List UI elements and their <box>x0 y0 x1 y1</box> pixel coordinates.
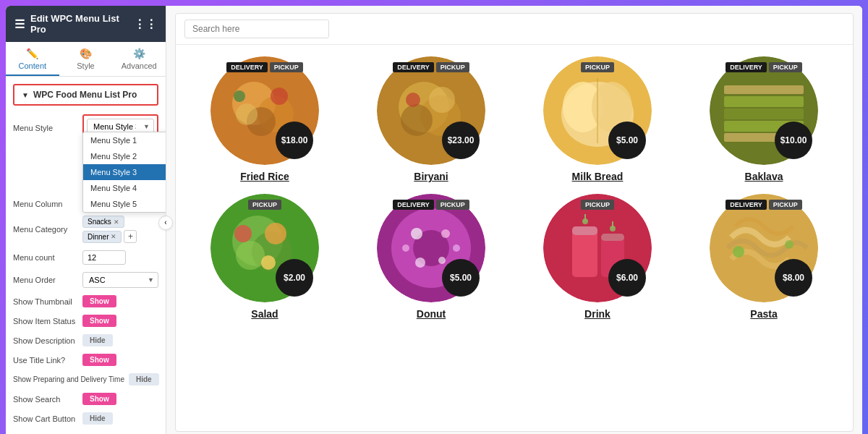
sidebar-tabs: ✏️ Content 🎨 Style ⚙️ Advanced <box>6 42 166 77</box>
menu-category-field: Menu Category Snacks ✕ Dinner ✕ + <box>13 216 158 243</box>
tab-advanced[interactable]: ⚙️ Advanced <box>112 42 166 76</box>
dropdown-option-2[interactable]: Menu Style 2 <box>83 148 166 164</box>
collapse-sidebar-button[interactable]: ‹ <box>158 216 173 230</box>
search-input[interactable] <box>184 20 329 38</box>
badge-delivery: DELIVERY <box>393 62 434 72</box>
svg-point-37 <box>438 257 446 264</box>
show-description-toggle[interactable]: Hide <box>82 334 113 346</box>
menu-category-tags: Snacks ✕ Dinner ✕ + <box>82 216 158 243</box>
use-title-link-field: Use Title Link? Show <box>13 354 158 366</box>
svg-rect-43 <box>572 226 597 235</box>
use-title-link-label: Use Title Link? <box>13 356 78 365</box>
show-preparing-toggle[interactable]: Hide <box>129 373 159 386</box>
badge-pickup: PICKUP <box>581 200 614 210</box>
show-preparing-field: Show Preparing and Delivery Time Hide <box>13 373 158 386</box>
show-description-field: Show Description Hide <box>13 334 158 346</box>
biryani-price: $23.00 <box>442 122 480 159</box>
menu-count-input[interactable] <box>82 250 126 265</box>
milk-bread-name: Milk Bread <box>572 171 624 182</box>
menu-item-biryani: DELIVERY PICKUP $23.00 B <box>354 56 509 182</box>
menu-item-milk-bread: PICKUP $5.00 Milk Bread <box>520 56 675 182</box>
svg-point-51 <box>785 240 793 249</box>
show-cart-button-field: Show Cart Button Hide <box>13 412 158 425</box>
svg-point-11 <box>429 87 455 113</box>
dropdown-option-5[interactable]: Menu Style 5 <box>83 196 166 212</box>
pasta-name: Pasta <box>750 308 777 320</box>
menu-grid: DELIVERY PICKUP $18.00 <box>176 45 853 331</box>
salad-price: $2.00 <box>276 259 313 297</box>
dropdown-option-3[interactable]: Menu Style 3 <box>83 164 166 180</box>
menu-order-label: Menu Order <box>13 276 78 284</box>
badge-delivery: DELIVERY <box>226 62 268 72</box>
show-preparing-label: Show Preparing and Delivery Time <box>13 375 124 383</box>
svg-point-6 <box>234 90 245 102</box>
drink-image-container: PICKUP $6.00 <box>543 194 652 302</box>
svg-rect-20 <box>724 109 804 119</box>
show-cart-button-toggle[interactable]: Hide <box>82 412 113 425</box>
svg-rect-19 <box>724 96 804 107</box>
content-icon: ✏️ <box>26 48 38 59</box>
dropdown-option-1[interactable]: Menu Style 1 <box>83 132 166 148</box>
baklava-name: Baklava <box>745 171 783 182</box>
donut-image-container: DELIVERY PICKUP <box>377 194 485 302</box>
biryani-image-container: DELIVERY PICKUP $23.00 <box>377 56 485 165</box>
menu-item-pasta: DELIVERY PICKUP $8.00 <box>686 194 841 320</box>
sidebar: ☰ Edit WPC Menu List Pro ⋮⋮ ✏️ Content 🎨… <box>6 6 166 434</box>
show-item-status-toggle[interactable]: Show <box>82 315 116 327</box>
top-bar <box>176 14 853 45</box>
svg-point-27 <box>236 241 265 270</box>
tag-dinner-remove[interactable]: ✕ <box>111 233 116 240</box>
menu-order-field: Menu Order ASC DESC ▼ <box>13 272 158 288</box>
menu-item-salad: PICKUP $2.00 Salad <box>187 194 342 320</box>
badge-pickup: PICKUP <box>436 62 469 72</box>
svg-rect-22 <box>724 85 804 94</box>
menu-count-label: Menu count <box>13 253 78 262</box>
svg-point-38 <box>402 244 409 252</box>
show-item-status-label: Show Item Status <box>13 317 78 326</box>
menu-count-field: Menu count <box>13 250 158 265</box>
svg-point-28 <box>265 223 286 244</box>
main-inner: DELIVERY PICKUP $18.00 <box>175 13 854 432</box>
show-search-toggle[interactable]: Show <box>82 393 116 405</box>
main-content: DELIVERY PICKUP $18.00 <box>166 6 862 434</box>
drink-badges: PICKUP <box>543 200 652 210</box>
baklava-price: $10.00 <box>775 122 812 159</box>
fried-rice-name: Fried Rice <box>240 171 289 182</box>
svg-point-4 <box>236 103 258 125</box>
sidebar-title: Edit WPC Menu List Pro <box>30 13 134 35</box>
tag-add-button[interactable]: + <box>124 230 137 243</box>
menu-order-select[interactable]: ASC DESC <box>82 272 158 288</box>
show-thumbnail-toggle[interactable]: Show <box>82 295 116 307</box>
section-toggle-icon[interactable]: ▼ <box>22 91 29 99</box>
fried-rice-image-container: DELIVERY PICKUP $18.00 <box>210 56 319 165</box>
svg-point-30 <box>261 255 276 270</box>
tab-content[interactable]: ✏️ Content <box>6 42 59 76</box>
badge-pickup: PICKUP <box>581 62 614 72</box>
grid-icon[interactable]: ⋮⋮ <box>134 17 157 31</box>
tab-style[interactable]: 🎨 Style <box>59 42 113 76</box>
milk-bread-badges: PICKUP <box>543 62 652 72</box>
menu-order-select-wrapper: ASC DESC ▼ <box>82 272 158 288</box>
baklava-badges: DELIVERY PICKUP <box>710 62 818 72</box>
tag-dinner: Dinner ✕ <box>82 231 122 243</box>
svg-point-10 <box>401 104 433 136</box>
show-search-field: Show Search Show <box>13 393 158 405</box>
show-search-label: Show Search <box>13 395 78 404</box>
fried-rice-price: $18.00 <box>276 122 313 159</box>
hamburger-icon[interactable]: ☰ <box>14 17 25 31</box>
milk-bread-price: $5.00 <box>608 122 646 159</box>
drink-name: Drink <box>584 308 610 320</box>
donut-price: $5.00 <box>442 259 480 297</box>
badge-pickup: PICKUP <box>270 62 303 72</box>
menu-style-dropdown-wrapper: Menu Style 3 ▼ Menu Style 1 Menu Style 2… <box>82 114 158 139</box>
tag-snacks-remove[interactable]: ✕ <box>114 218 119 226</box>
pasta-badges: DELIVERY PICKUP <box>710 200 818 210</box>
use-title-link-toggle[interactable]: Show <box>82 354 116 366</box>
menu-column-label: Menu Column <box>13 200 78 208</box>
svg-point-36 <box>415 258 425 268</box>
tag-snacks: Snacks ✕ <box>82 216 124 228</box>
badge-pickup: PICKUP <box>436 200 469 210</box>
fried-rice-badges: DELIVERY PICKUP <box>210 62 319 72</box>
baklava-image-container: DELIVERY PICKUP $10.00 <box>710 56 818 165</box>
dropdown-option-4[interactable]: Menu Style 4 <box>83 180 166 196</box>
